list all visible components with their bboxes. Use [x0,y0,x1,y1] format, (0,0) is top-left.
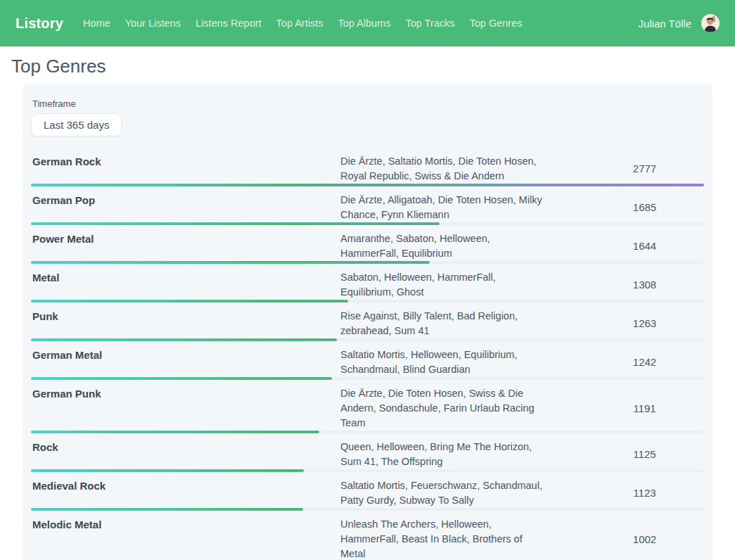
genre-artists: Saltatio Mortis, Feuerschwanz, Schandmau… [340,478,547,508]
genre-row: Punk Rise Against, Billy Talent, Bad Rel… [31,303,704,341]
genre-name: Melodic Metal [31,517,340,532]
timeframe-label: Timeframe [32,98,704,109]
genre-bar-track [31,261,704,264]
genre-artists: Die Ärzte, Alligatoah, Die Toten Hosen, … [340,193,547,222]
genre-bar-fill [31,431,319,433]
genre-row: Metal Sabaton, Helloween, HammerFall, Eq… [31,264,704,303]
genre-count: 1191 [595,402,656,414]
genre-row: Medieval Rock Saltatio Mortis, Feuerschw… [31,472,704,511]
nav-item-home[interactable]: Home [83,18,110,29]
genre-bar-track [31,184,704,186]
genre-artists: Die Ärzte, Saltatio Mortis, Die Toten Ho… [340,154,547,184]
genre-name: German Rock [31,154,340,169]
genre-bar-fill [31,377,332,380]
nav-item-top-artists[interactable]: Top Artists [276,18,324,29]
genre-bar-fill [31,469,304,472]
genre-artists: Rise Against, Billy Talent, Bad Religion… [340,309,547,338]
genre-name: German Metal [31,348,340,362]
genre-bar-track [31,508,704,511]
nav-item-top-tracks[interactable]: Top Tracks [405,18,454,29]
user-avatar[interactable] [701,14,720,32]
genre-row: German Pop Die Ärzte, Alligatoah, Die To… [31,186,704,225]
genre-bar-track [31,431,704,433]
genre-count: 1644 [595,240,656,252]
main-nav: Home Your Listens Listens Report Top Art… [83,18,522,29]
genre-name: German Punk [31,386,340,401]
nav-item-top-genres[interactable]: Top Genres [470,18,523,29]
genre-count: 1125 [595,448,656,460]
genre-bar-fill [31,300,348,303]
genre-bar-fill [31,508,303,511]
genre-artists: Queen, Helloween, Bring Me The Horizon, … [340,440,547,469]
genre-name: Metal [31,270,340,285]
avatar-photo-icon [701,14,720,32]
genre-name: Power Metal [31,231,340,246]
genre-count: 1308 [595,279,656,291]
nav-item-your-listens[interactable]: Your Listens [125,18,181,29]
genre-row: German Metal Saltatio Mortis, Helloween,… [31,341,704,380]
genre-artists: Die Ärzte, Die Toten Hosen, Swiss & Die … [340,386,547,431]
genre-row: Rock Queen, Helloween, Bring Me The Hori… [31,433,704,472]
genre-count: 1242 [595,356,656,368]
genre-row: Power Metal Amaranthe, Sabaton, Hellowee… [31,225,704,264]
genre-name: German Pop [31,193,340,208]
page-title: Top Genres [11,56,724,77]
brand-logo[interactable]: Listory [15,15,63,32]
genre-name: Punk [31,309,340,324]
genres-table: German Rock Die Ärzte, Saltatio Mortis, … [31,148,704,560]
genre-row: Melodic Metal Unleash The Archers, Hello… [31,511,704,560]
genre-bar-track [31,222,704,225]
timeframe-select[interactable]: Last 365 days [31,113,122,136]
genre-count: 2777 [595,163,656,174]
nav-item-listens-report[interactable]: Listens Report [196,18,262,29]
genre-count: 1685 [595,201,656,213]
genre-bar-track [31,338,704,341]
genre-name: Rock [31,440,340,454]
genre-row: German Punk Die Ärzte, Die Toten Hosen, … [31,380,704,433]
top-genres-card: Timeframe Last 365 days German Rock Die … [23,84,712,560]
user-name: Julian Tölle [638,18,691,30]
genre-artists: Amaranthe, Sabaton, Helloween, HammerFal… [340,231,547,261]
genre-bar-fill [31,261,430,264]
top-navbar: Listory Home Your Listens Listens Report… [0,0,735,46]
main-content: Top Genres Timeframe Last 365 days Germa… [0,56,735,560]
genre-bar-track [31,377,704,380]
genre-count: 1263 [595,317,656,329]
genre-bar-fill [31,184,704,186]
nav-item-top-albums[interactable]: Top Albums [338,18,390,29]
genre-row: German Rock Die Ärzte, Saltatio Mortis, … [31,148,704,186]
genre-artists: Saltatio Mortis, Helloween, Equilibrium,… [340,348,547,377]
genre-bar-track [31,300,704,303]
timeframe-filter: Timeframe Last 365 days [31,98,704,136]
genre-count: 1123 [595,487,656,499]
genre-bar-fill [31,338,337,341]
genre-count: 1002 [595,533,656,545]
genre-bar-track [31,469,704,472]
genre-artists: Unleash The Archers, Helloween, HammerFa… [340,517,547,560]
genre-bar-fill [31,222,440,225]
genre-name: Medieval Rock [31,478,340,493]
genre-artists: Sabaton, Helloween, HammerFall, Equilibr… [340,270,547,300]
user-menu[interactable]: Julian Tölle [638,14,720,32]
